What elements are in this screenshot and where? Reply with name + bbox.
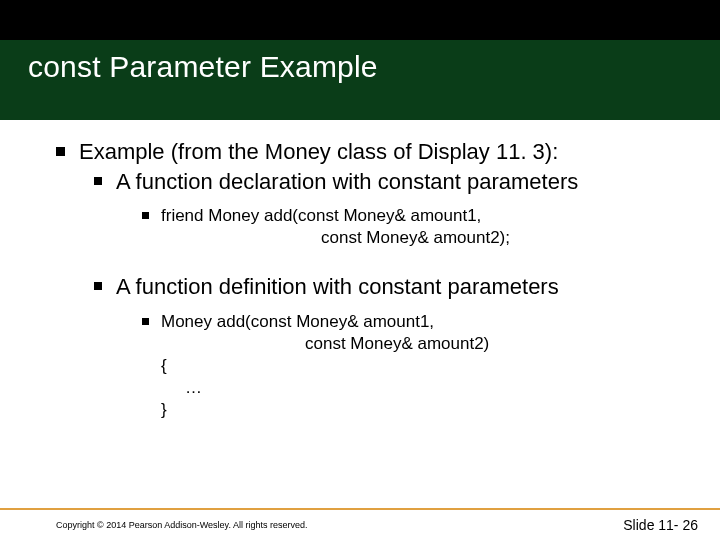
code-line: const Money& amount2);	[161, 227, 510, 249]
bullet-level-2: A function declaration with constant par…	[94, 168, 684, 196]
code-line: {	[161, 355, 489, 377]
bullet-level-3: Money add(const Money& amount1, const Mo…	[142, 311, 684, 421]
copyright-text: Copyright © 2014 Pearson Addison-Wesley.…	[56, 520, 307, 530]
code-line: …	[161, 377, 489, 399]
square-bullet-icon	[56, 147, 65, 156]
square-bullet-icon	[142, 212, 149, 219]
code-line: }	[161, 399, 489, 421]
code-text: friend Money add(const Money& amount1, c…	[161, 205, 510, 249]
bullet-level-2: A function definition with constant para…	[94, 273, 684, 301]
square-bullet-icon	[142, 318, 149, 325]
code-line: const Money& amount2)	[161, 333, 489, 355]
square-bullet-icon	[94, 282, 102, 290]
square-bullet-icon	[94, 177, 102, 185]
code-line: Money add(const Money& amount1,	[161, 312, 434, 331]
bullet-text: A function declaration with constant par…	[116, 168, 578, 196]
code-text: Money add(const Money& amount1, const Mo…	[161, 311, 489, 421]
title-band: const Parameter Example	[0, 0, 720, 120]
footer: Copyright © 2014 Pearson Addison-Wesley.…	[0, 508, 720, 540]
slide-body: Example (from the Money class of Display…	[0, 120, 720, 540]
bullet-text: Example (from the Money class of Display…	[79, 138, 558, 166]
slide-number: Slide 11- 26	[623, 517, 698, 533]
code-line: friend Money add(const Money& amount1,	[161, 206, 481, 225]
bullet-text: A function definition with constant para…	[116, 273, 559, 301]
slide-title: const Parameter Example	[28, 50, 378, 84]
slide: const Parameter Example Example (from th…	[0, 0, 720, 540]
bullet-level-3: friend Money add(const Money& amount1, c…	[142, 205, 684, 249]
bullet-level-1: Example (from the Money class of Display…	[56, 138, 684, 166]
